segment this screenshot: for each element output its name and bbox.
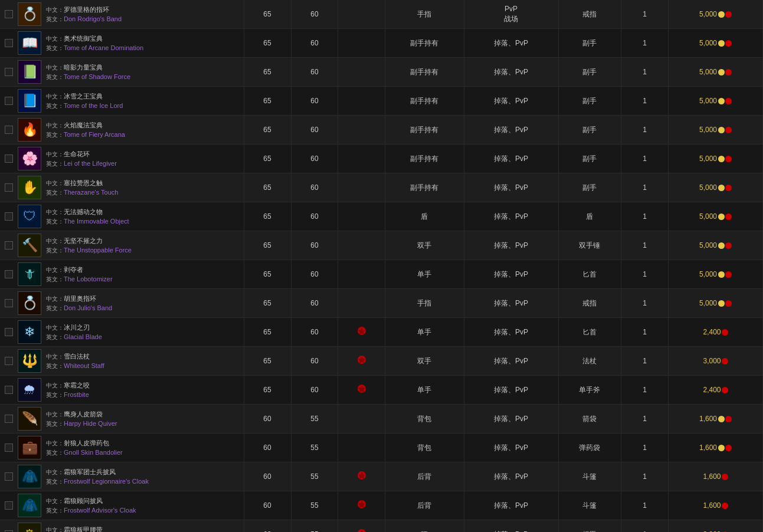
item-source: 掉落、PvP: [464, 491, 558, 520]
item-price: 5,000: [669, 260, 763, 289]
item-checkbox[interactable]: [5, 97, 13, 105]
item-checkbox[interactable]: [5, 39, 13, 47]
item-type: 箭袋: [558, 405, 621, 434]
item-source: 掉落、PvP: [464, 116, 558, 145]
item-checkbox[interactable]: [5, 155, 13, 163]
item-checkbox[interactable]: [5, 357, 13, 365]
item-price: 5,000: [669, 231, 763, 260]
item-source: 掉落、PvP: [464, 260, 558, 289]
item-count: 1: [621, 29, 669, 58]
item-cell: 🛡 中文：无法撼动之物 英文：The Immovable Object: [0, 202, 244, 231]
item-count: 1: [621, 405, 669, 434]
item-checkbox[interactable]: [5, 444, 13, 452]
item-slot: 后背: [385, 491, 464, 520]
item-en-label: 英文：Whiteout Staff: [46, 362, 104, 370]
item-checkbox[interactable]: [5, 68, 13, 76]
table-row: 💍 中文：罗德里格的指环 英文：Don Rodrigo's Band 65 60…: [0, 0, 763, 29]
item-table-container: 💍 中文：罗德里格的指环 英文：Don Rodrigo's Band 65 60…: [0, 0, 763, 532]
item-type: 板甲: [558, 520, 621, 533]
item-icon: 📘: [18, 89, 41, 113]
item-icon: 🌨: [18, 378, 41, 402]
item-names: 中文：胡里奥指环 英文：Don Julio's Band: [46, 294, 112, 313]
table-row: ❄ 中文：冰川之刃 英文：Glacial Blade 65 60 单手 掉落、P…: [0, 318, 763, 347]
item-faction: [338, 58, 385, 87]
item-price: 2,400: [669, 376, 763, 405]
item-checkbox[interactable]: [5, 328, 13, 336]
item-count: 1: [621, 434, 669, 462]
item-faction: [338, 87, 385, 116]
item-faction: [338, 29, 385, 58]
item-level: 60: [244, 434, 291, 462]
item-icon: 💍: [18, 2, 41, 26]
item-en-label: 英文：The Lobotomizer: [46, 275, 113, 284]
item-checkbox[interactable]: [5, 299, 13, 307]
item-price: 3,000: [669, 520, 763, 533]
item-type: 单手斧: [558, 376, 621, 405]
item-source: 掉落、PvP: [464, 405, 558, 434]
item-checkbox[interactable]: [5, 10, 13, 18]
item-checkbox[interactable]: [5, 472, 13, 481]
item-req-level: 55: [291, 520, 338, 533]
item-checkbox[interactable]: [5, 126, 13, 134]
item-icon: 🛡: [18, 205, 41, 228]
item-req-level: 60: [291, 58, 338, 87]
item-cell: ✋ 中文：塞拉赞恩之触 英文：Therazane's Touch: [0, 173, 244, 202]
item-en-label: 英文：Don Rodrigo's Band: [46, 15, 122, 24]
item-checkbox[interactable]: [5, 386, 13, 394]
item-count: 1: [621, 0, 669, 29]
item-type: 副手: [558, 145, 621, 173]
item-checkbox[interactable]: [5, 415, 13, 423]
item-req-level: 60: [291, 347, 338, 376]
item-names: 中文：剥夺者 英文：The Lobotomizer: [46, 265, 113, 284]
item-faction: [338, 434, 385, 462]
item-icon: ✋: [18, 176, 41, 199]
item-slot: 双手: [385, 347, 464, 376]
item-cell: 🔱 中文：雪白法杖 英文：Whiteout Staff: [0, 347, 244, 376]
item-en-label: 英文：Lei of the Lifegiver: [46, 160, 117, 168]
item-count: 1: [621, 87, 669, 116]
item-type: 副手: [558, 58, 621, 87]
item-cell: ❄ 中文：冰川之刃 英文：Glacial Blade: [0, 318, 244, 347]
item-names: 中文：冰雪之王宝典 英文：Tome of the Ice Lord: [46, 92, 123, 110]
item-slot: 盾: [385, 202, 464, 231]
item-checkbox[interactable]: [5, 241, 13, 249]
item-level: 65: [244, 260, 291, 289]
item-source: 掉落、PvP: [464, 58, 558, 87]
item-checkbox[interactable]: [5, 501, 13, 510]
item-cn-label: 中文：冰雪之王宝典: [46, 92, 123, 101]
table-row: 💍 中文：胡里奥指环 英文：Don Julio's Band 65 60 手指 …: [0, 289, 763, 318]
item-level: 60: [244, 491, 291, 520]
item-checkbox[interactable]: [5, 270, 13, 278]
item-cell: 📗 中文：暗影力量宝典 英文：Tome of Shadow Force: [0, 58, 244, 87]
item-count: 1: [621, 462, 669, 491]
item-price: 5,000: [669, 289, 763, 318]
item-checkbox[interactable]: [5, 183, 13, 192]
item-req-level: 60: [291, 231, 338, 260]
item-cn-label: 中文：剥夺者: [46, 265, 113, 274]
item-slot: 副手持有: [385, 58, 464, 87]
item-slot: 后背: [385, 462, 464, 491]
item-level: 65: [244, 231, 291, 260]
table-row: ✋ 中文：塞拉赞恩之触 英文：Therazane's Touch 65 60 副…: [0, 173, 763, 202]
item-type: 副手: [558, 29, 621, 58]
item-req-level: 60: [291, 116, 338, 145]
item-price: 5,000: [669, 145, 763, 173]
item-price: 5,000: [669, 58, 763, 87]
item-level: 65: [244, 376, 291, 405]
item-cn-label: 中文：寒霜之咬: [46, 381, 90, 390]
item-req-level: 60: [291, 318, 338, 347]
item-faction: [338, 145, 385, 173]
item-en-label: 英文：Frostwolf Legionnaire's Cloak: [46, 478, 149, 486]
item-cn-label: 中文：射狼人皮弹药包: [46, 439, 123, 448]
item-level: 60: [244, 520, 291, 533]
item-cell: ⚙ 中文：霜狼板甲腰带 英文：Frostwolf Plate Belt: [0, 520, 244, 533]
item-names: 中文：罗德里格的指环 英文：Don Rodrigo's Band: [46, 5, 122, 24]
item-en-label: 英文：Tome of Shadow Force: [46, 73, 130, 81]
item-en-label: 英文：Harpy Hide Quiver: [46, 420, 117, 428]
item-source: 掉落、PvP: [464, 29, 558, 58]
item-icon: 📖: [18, 31, 41, 55]
item-en-label: 英文：Tome of Arcane Domination: [46, 44, 143, 52]
item-checkbox[interactable]: [5, 212, 13, 221]
item-req-level: 55: [291, 462, 338, 491]
item-req-level: 60: [291, 289, 338, 318]
